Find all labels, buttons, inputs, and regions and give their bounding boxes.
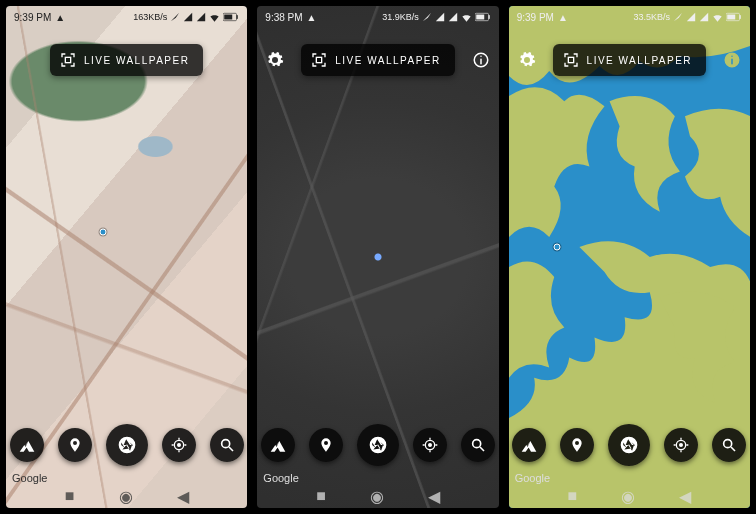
- svg-rect-3: [65, 57, 70, 62]
- status-bar: 9:39 PM ▲ 163KB/s: [6, 6, 247, 28]
- status-warn-icon: ▲: [558, 12, 568, 23]
- live-wallpaper-label: LIVE WALLPAPER: [587, 55, 692, 66]
- nav-home[interactable]: ◉: [119, 487, 133, 506]
- status-warn-icon: ▲: [55, 12, 65, 23]
- wifi-icon: [712, 12, 723, 23]
- pin-icon: [569, 437, 585, 453]
- battery-icon: [223, 12, 239, 22]
- nav-back[interactable]: ◀: [428, 487, 440, 506]
- live-wallpaper-button[interactable]: LIVE WALLPAPER: [50, 44, 203, 76]
- live-wallpaper-button[interactable]: LIVE WALLPAPER: [553, 44, 706, 76]
- shutter-button[interactable]: [357, 424, 399, 466]
- live-wallpaper-button[interactable]: LIVE WALLPAPER: [301, 44, 454, 76]
- nav-recent[interactable]: ■: [316, 487, 326, 505]
- signal-icon: [448, 12, 458, 22]
- clock: 9:38 PM: [265, 12, 302, 23]
- search-icon: [219, 437, 235, 453]
- status-bar: 9:38 PM ▲ 31.9KB/s: [257, 6, 498, 28]
- shutter-button[interactable]: [608, 424, 650, 466]
- locate-button[interactable]: [162, 428, 196, 462]
- settings-button[interactable]: [517, 50, 537, 70]
- nav-back[interactable]: ◀: [177, 487, 189, 506]
- shutter-button[interactable]: [106, 424, 148, 466]
- svg-rect-1: [237, 15, 238, 19]
- status-warn-icon: ▲: [307, 12, 317, 23]
- nav-recent[interactable]: ■: [65, 487, 75, 505]
- info-icon: [723, 51, 741, 69]
- pin-button[interactable]: [58, 428, 92, 462]
- nav-home[interactable]: ◉: [370, 487, 384, 506]
- android-navbar: ■ ◉ ◀: [257, 484, 498, 508]
- screen-dark: 9:38 PM ▲ 31.9KB/s LIVE WALLPAPER Googl: [257, 6, 498, 508]
- signal-icon: [435, 12, 445, 22]
- svg-rect-10: [317, 57, 322, 62]
- terrain-icon: [521, 437, 537, 453]
- net-rate: 33.5KB/s: [633, 12, 670, 22]
- wifi-icon: [461, 12, 472, 23]
- svg-rect-16: [740, 15, 741, 19]
- search-button[interactable]: [712, 428, 746, 462]
- location-status-icon: [170, 12, 180, 22]
- top-controls: LIVE WALLPAPER: [257, 44, 498, 76]
- battery-icon: [475, 12, 491, 22]
- pin-button[interactable]: [309, 428, 343, 462]
- bottom-dock: [6, 424, 247, 466]
- live-wallpaper-label: LIVE WALLPAPER: [335, 55, 440, 66]
- search-button[interactable]: [461, 428, 495, 462]
- shutter-icon: [368, 435, 388, 455]
- shutter-icon: [619, 435, 639, 455]
- bottom-dock: [509, 424, 750, 466]
- signal-icon: [183, 12, 193, 22]
- gear-icon: [518, 51, 536, 69]
- info-icon: [472, 51, 490, 69]
- pin-button[interactable]: [560, 428, 594, 462]
- screen-terrain: 9:39 PM ▲ 163KB/s LIVE WALLPAPER Google …: [6, 6, 247, 508]
- wallpaper-frame-icon: [60, 52, 76, 68]
- map-attribution: Google: [12, 472, 47, 484]
- nav-recent[interactable]: ■: [567, 487, 577, 505]
- wallpaper-frame-icon: [311, 52, 327, 68]
- clock: 9:39 PM: [14, 12, 51, 23]
- svg-point-14: [473, 440, 481, 448]
- map-attribution: Google: [263, 472, 298, 484]
- clock: 9:39 PM: [517, 12, 554, 23]
- locate-icon: [422, 437, 438, 453]
- net-rate: 163KB/s: [133, 12, 167, 22]
- info-button[interactable]: [471, 50, 491, 70]
- nav-back[interactable]: ◀: [679, 487, 691, 506]
- info-button[interactable]: [722, 50, 742, 70]
- locate-button[interactable]: [413, 428, 447, 462]
- svg-rect-8: [488, 15, 489, 19]
- settings-button[interactable]: [265, 50, 285, 70]
- location-marker: [99, 228, 106, 235]
- wifi-icon: [209, 12, 220, 23]
- nav-home[interactable]: ◉: [621, 487, 635, 506]
- shutter-icon: [117, 435, 137, 455]
- search-icon: [721, 437, 737, 453]
- search-icon: [470, 437, 486, 453]
- location-status-icon: [673, 12, 683, 22]
- svg-point-21: [680, 444, 683, 447]
- wallpaper-frame-icon: [563, 52, 579, 68]
- terrain-button[interactable]: [10, 428, 44, 462]
- locate-button[interactable]: [664, 428, 698, 462]
- locate-icon: [673, 437, 689, 453]
- search-button[interactable]: [210, 428, 244, 462]
- signal-icon: [196, 12, 206, 22]
- net-rate: 31.9KB/s: [382, 12, 419, 22]
- terrain-button[interactable]: [261, 428, 295, 462]
- svg-rect-17: [727, 15, 735, 20]
- battery-icon: [726, 12, 742, 22]
- svg-point-13: [429, 444, 432, 447]
- top-controls: LIVE WALLPAPER: [509, 44, 750, 76]
- map-attribution: Google: [515, 472, 550, 484]
- terrain-icon: [19, 437, 35, 453]
- screen-globe: 9:39 PM ▲ 33.5KB/s LIVE WALLPAPER Googl: [509, 6, 750, 508]
- terrain-icon: [270, 437, 286, 453]
- top-controls: LIVE WALLPAPER: [6, 44, 247, 76]
- terrain-button[interactable]: [512, 428, 546, 462]
- svg-point-5: [177, 444, 180, 447]
- android-navbar: ■ ◉ ◀: [509, 484, 750, 508]
- android-navbar: ■ ◉ ◀: [6, 484, 247, 508]
- svg-point-22: [724, 440, 732, 448]
